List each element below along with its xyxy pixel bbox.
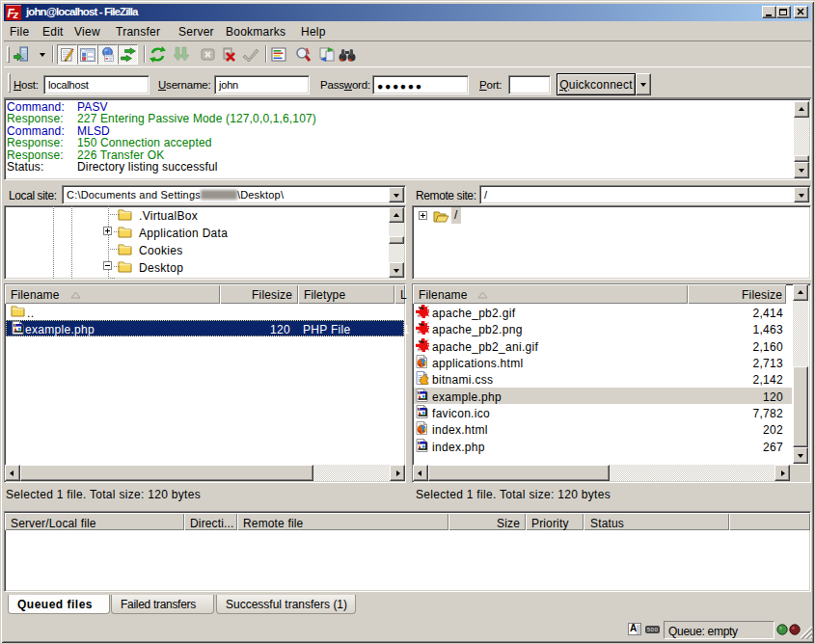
svg-text:z: z bbox=[13, 9, 19, 20]
